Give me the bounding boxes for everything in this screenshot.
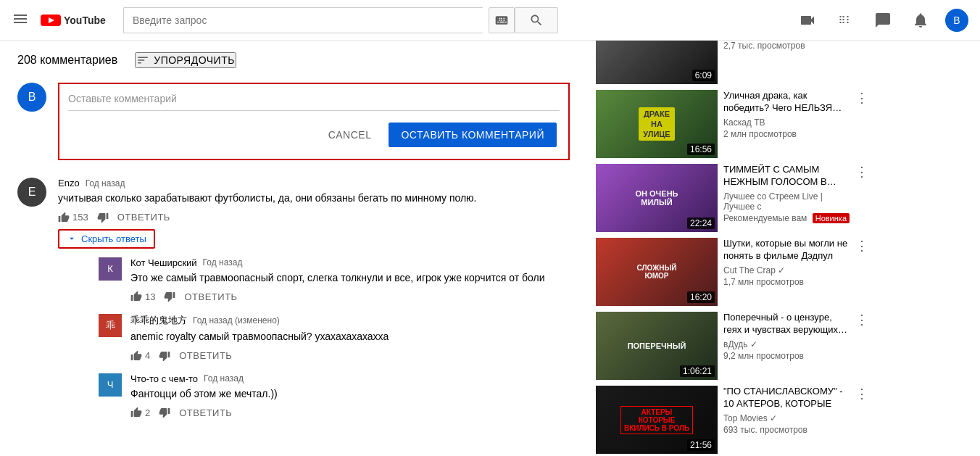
reply-content: Кот Чеширский Год назад Это же самый тра… bbox=[130, 257, 570, 303]
reply-author: Что-то с чем-то bbox=[130, 373, 198, 384]
search-button[interactable] bbox=[515, 7, 558, 33]
reply-reply-button[interactable]: ОТВЕТИТЬ bbox=[179, 407, 232, 418]
replies-list: К Кот Чеширский Год назад Это же самый т… bbox=[99, 257, 570, 419]
like-button[interactable]: 153 bbox=[58, 212, 88, 223]
toggle-replies-button[interactable]: Скрыть ответы bbox=[58, 229, 155, 249]
keyboard-icon[interactable] bbox=[489, 7, 515, 33]
sidebar-video-item[interactable]: СЛОЖНЫЙЮМОР 16:20 Шутки, которые вы могл… bbox=[596, 238, 868, 306]
notification-bell-icon[interactable] bbox=[908, 7, 934, 33]
sort-button[interactable]: УПОРЯДОЧИТЬ bbox=[135, 52, 236, 68]
reply-like-button[interactable]: 2 bbox=[130, 407, 150, 418]
reply-dislike-button[interactable] bbox=[164, 291, 175, 302]
sidebar-views: 1,7 млн просмотров bbox=[723, 277, 850, 287]
reply-actions: 4 ОТВЕТИТЬ bbox=[130, 350, 570, 362]
apps-grid-icon[interactable] bbox=[832, 7, 858, 33]
sidebar-channel: вДудь ✓ bbox=[723, 339, 850, 349]
reply-author: Кот Чеширский bbox=[130, 257, 197, 268]
sidebar-video-item[interactable]: ДРАКЕНАУЛИЦЕ 16:56 Уличная драка, как по… bbox=[596, 90, 868, 158]
video-duration: 22:24 bbox=[687, 217, 715, 229]
sidebar-video-info: ТИММЕЙТ С САМЫМ НЕЖНЫМ ГОЛОСОМ В МИРЕ ||… bbox=[723, 164, 850, 232]
avatar-image: E bbox=[17, 178, 46, 207]
menu-icon[interactable] bbox=[12, 10, 29, 30]
sidebar-more-button[interactable]: ⋮ bbox=[855, 238, 868, 254]
sidebar-video-info: Поперечный - о цензуре, геях и чувствах … bbox=[723, 312, 850, 380]
reply-like-button[interactable]: 13 bbox=[130, 291, 155, 302]
header-right-actions: B bbox=[794, 7, 968, 33]
content-area: 208 комментариев УПОРЯДОЧИТЬ B Оставьте … bbox=[0, 41, 587, 456]
sidebar-thumbnail: АКТЕРЫКОТОРЫЕВКИЛИСЬ В РОЛЬ 21:56 bbox=[596, 386, 718, 454]
site-header: YouTube bbox=[0, 0, 980, 41]
video-duration: 16:56 bbox=[687, 144, 715, 155]
sidebar-channel: Top Movies ✓ bbox=[723, 413, 850, 423]
sidebar-more-button[interactable]: ⋮ bbox=[855, 312, 868, 328]
sidebar-more-button[interactable]: ⋮ bbox=[855, 386, 868, 402]
comment-avatar: E bbox=[17, 178, 46, 207]
dislike-button[interactable] bbox=[97, 212, 109, 223]
sidebar-views: 9,2 млн просмотров bbox=[723, 351, 850, 361]
sidebar-video-item[interactable]: ПОПЕРЕЧНЫЙ 1:06:21 Поперечный - о цензур… bbox=[596, 312, 868, 380]
comments-list: E Enzo Год назад учитывая сколько зараба… bbox=[17, 178, 570, 430]
video-duration: 21:56 bbox=[687, 439, 715, 451]
like-count: 153 bbox=[72, 212, 88, 223]
sidebar-video-title: Поперечный - о цензуре, геях и чувствах … bbox=[723, 312, 850, 336]
reply-time: Год назад bbox=[203, 257, 243, 268]
reply-avatar: К bbox=[99, 257, 122, 281]
main-container: 208 комментариев УПОРЯДОЧИТЬ B Оставьте … bbox=[0, 41, 980, 456]
comment-actions: 153 ОТВЕТИТЬ bbox=[58, 212, 570, 223]
current-user-avatar: B bbox=[17, 83, 46, 112]
reply-reply-button[interactable]: ОТВЕТИТЬ bbox=[179, 350, 232, 361]
comment-author: Enzo bbox=[58, 178, 80, 188]
reply-meta: Кот Чеширский Год назад bbox=[130, 257, 570, 268]
sidebar-video-item[interactable]: ОН ОЧЕНЬМИЛЫЙ 22:24 ТИММЕЙТ С САМЫМ НЕЖН… bbox=[596, 164, 868, 232]
reply-item: Ч Что-то с чем-то Год назад Фантоцци об … bbox=[99, 373, 570, 419]
sidebar-video-title: Шутки, которые вы могли не понять в филь… bbox=[723, 238, 850, 262]
reply-avatar: Ч bbox=[99, 373, 122, 397]
sidebar-video-title: Уличная драка, как победить? Чего НЕЛЬЗЯ… bbox=[723, 90, 850, 115]
sidebar-video-item[interactable]: 6:09 2,7 тыс. просмотров bbox=[596, 41, 868, 84]
submit-comment-button[interactable]: ОСТАВИТЬ КОММЕНТАРИЙ bbox=[389, 123, 557, 147]
reply-dislike-button[interactable] bbox=[159, 350, 170, 362]
sidebar-video-info: Шутки, которые вы могли не понять в филь… bbox=[723, 238, 850, 306]
sidebar-video-title: "ПО СТАНИСЛАВСКОМУ" - 10 АКТЕРОВ, КОТОРЫ… bbox=[723, 386, 850, 410]
sidebar-thumbnail: ОН ОЧЕНЬМИЛЫЙ 22:24 bbox=[596, 164, 718, 232]
svg-text:YouTube: YouTube bbox=[64, 14, 106, 26]
youtube-logo[interactable]: YouTube bbox=[41, 13, 106, 28]
sidebar-views: 693 тыс. просмотров bbox=[723, 425, 850, 435]
reply-content: 乖乖的鬼地方 Год назад (изменено) anemic royal… bbox=[130, 314, 570, 362]
reply-time: Год назад (изменено) bbox=[193, 315, 280, 326]
reply-dislike-button[interactable] bbox=[159, 407, 170, 418]
reply-like-button[interactable]: 4 bbox=[130, 350, 150, 362]
cancel-button[interactable]: CANCEL bbox=[317, 123, 383, 147]
sidebar-video-title: ТИММЕЙТ С САМЫМ НЕЖНЫМ ГОЛОСОМ В МИРЕ || bbox=[723, 164, 850, 188]
reply-button[interactable]: ОТВЕТИТЬ bbox=[117, 212, 170, 223]
reply-avatar: 乖 bbox=[99, 314, 122, 337]
sidebar-thumbnail: ДРАКЕНАУЛИЦЕ 16:56 bbox=[596, 90, 718, 158]
reply-like-count: 13 bbox=[145, 291, 155, 302]
comment-input-buttons: CANCEL ОСТАВИТЬ КОММЕНТАРИЙ bbox=[68, 117, 560, 150]
sidebar-more-button[interactable]: ⋮ bbox=[855, 164, 868, 180]
sidebar: 6:09 2,7 тыс. просмотров ДРАКЕНАУЛИЦЕ 16… bbox=[587, 41, 877, 456]
video-duration: 6:09 bbox=[692, 70, 715, 81]
search-input[interactable] bbox=[123, 7, 483, 33]
reply-like-count: 2 bbox=[145, 407, 150, 418]
sidebar-video-item[interactable]: АКТЕРЫКОТОРЫЕВКИЛИСЬ В РОЛЬ 21:56 "ПО СТ… bbox=[596, 386, 868, 454]
comment-time: Год назад bbox=[86, 178, 125, 188]
comment-meta: Enzo Год назад bbox=[58, 178, 570, 188]
reply-actions: 2 ОТВЕТИТЬ bbox=[130, 407, 570, 418]
comments-header: 208 комментариев УПОРЯДОЧИТЬ bbox=[17, 52, 570, 68]
reply-text: anemic royalty самый травмоопасный? ухах… bbox=[130, 330, 570, 344]
reply-avatar-image: Ч bbox=[99, 373, 122, 397]
comments-count: 208 комментариев bbox=[17, 54, 117, 67]
sidebar-channel: Cut The Crap ✓ bbox=[723, 265, 850, 275]
sidebar-thumbnail: 6:09 bbox=[596, 41, 718, 84]
user-avatar[interactable]: B bbox=[945, 9, 968, 32]
sidebar-more-button[interactable]: ⋮ bbox=[855, 90, 868, 106]
message-icon[interactable] bbox=[870, 7, 896, 33]
comment-input-area: B Оставьте комментарий CANCEL ОСТАВИТЬ К… bbox=[17, 83, 570, 160]
comment-input-box: Оставьте комментарий CANCEL ОСТАВИТЬ КОМ… bbox=[58, 83, 570, 160]
video-duration: 1:06:21 bbox=[680, 365, 715, 377]
video-camera-icon[interactable] bbox=[794, 7, 821, 33]
comment-item: E Enzo Год назад учитывая сколько зараба… bbox=[17, 178, 570, 430]
reply-text: Фантоцци об этом же мечтал.)) bbox=[130, 387, 570, 402]
reply-reply-button[interactable]: ОТВЕТИТЬ bbox=[184, 291, 237, 302]
